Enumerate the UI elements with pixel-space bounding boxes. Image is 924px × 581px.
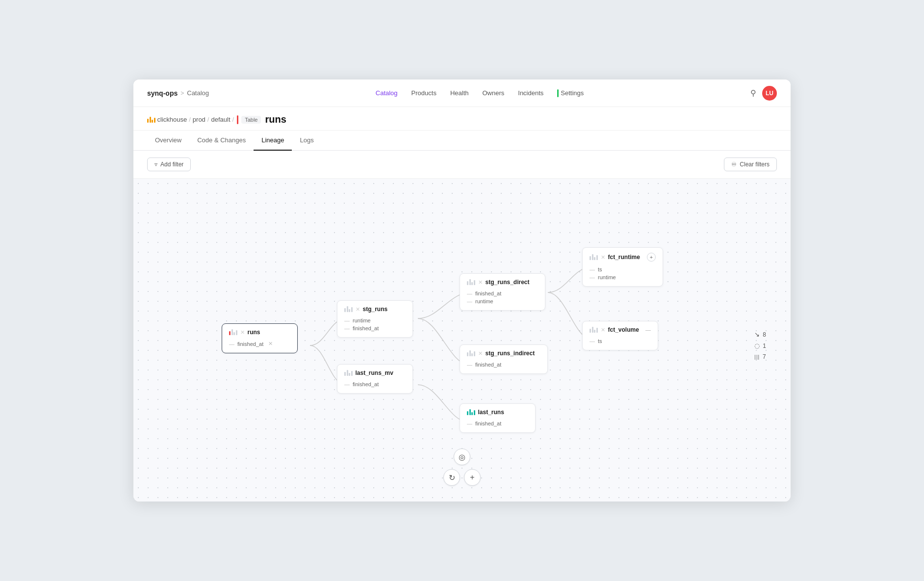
- node-last-runs-mv-header: last_runs_mv: [344, 370, 406, 376]
- red-indicator-bar: [237, 115, 238, 124]
- nav-owners[interactable]: Owners: [482, 89, 504, 97]
- node-fct-runtime-title: fct_runtime: [608, 254, 640, 261]
- clear-filters-button[interactable]: ♾ Clear filters: [724, 158, 777, 171]
- node-runs-x: ✕: [240, 329, 245, 336]
- node-fct-runtime[interactable]: ✕ fct_runtime + — ts — runtime: [582, 247, 663, 287]
- node-last-runs[interactable]: last_runs — finished_at: [460, 403, 536, 433]
- legend-bars-icon: |||: [754, 354, 760, 360]
- bc-slash-3: /: [232, 116, 234, 123]
- node-fct-runtime-field-ts: — ts: [590, 265, 656, 273]
- lineage-canvas[interactable]: ✕ runs — finished_at ✕ ✕ stg_runs: [133, 179, 791, 502]
- node-fct-volume-field-ts: — ts: [590, 337, 651, 345]
- node-stg-runs-indirect-icon: [467, 350, 475, 356]
- tab-lineage[interactable]: Lineage: [254, 131, 292, 151]
- node-fct-volume-title: fct_volume: [608, 326, 639, 333]
- nav-incidents[interactable]: Incidents: [518, 89, 543, 97]
- legend-bars-count: ||| 7: [754, 353, 766, 360]
- header: synq-ops > Catalog Catalog Products Heal…: [133, 79, 791, 107]
- legend-bars-value: 7: [763, 353, 766, 360]
- node-stg-runs-indirect-header: ✕ stg_runs_indirect: [467, 350, 540, 357]
- downstream-legend: ↘ 8 ◌ 1 ||| 7: [754, 331, 766, 360]
- node-stg-runs-direct-field-finished-at: — finished_at: [467, 290, 538, 297]
- node-stg-runs-field-runtime: — runtime: [344, 317, 406, 324]
- header-breadcrumb-sep: >: [180, 90, 184, 97]
- node-last-runs-mv-field-finished-at: — finished_at: [344, 380, 406, 388]
- node-stg-runs-indirect[interactable]: ✕ stg_runs_indirect — finished_at: [460, 344, 548, 374]
- tabs-bar: Overview Code & Changes Lineage Logs: [133, 131, 791, 151]
- nav-products[interactable]: Products: [411, 89, 436, 97]
- header-actions: ⚲ LU: [750, 86, 777, 101]
- nav-settings[interactable]: Settings: [557, 89, 584, 97]
- legend-downstream-icon: ↘: [754, 331, 760, 338]
- legend-downstream-count: ↘ 8: [754, 331, 766, 338]
- node-stg-runs-indirect-x: ✕: [478, 350, 483, 357]
- node-stg-runs-x: ✕: [356, 306, 360, 313]
- field-remove-btn[interactable]: ✕: [268, 341, 273, 347]
- node-stg-runs-direct-x: ✕: [478, 279, 483, 286]
- breadcrumb-db: clickhouse: [157, 116, 187, 123]
- fct-volume-dash-icon[interactable]: —: [645, 327, 651, 333]
- node-last-runs-icon: [467, 409, 475, 415]
- node-fct-runtime-icon: [590, 254, 598, 260]
- node-stg-runs-indirect-field-finished-at: — finished_at: [467, 361, 540, 369]
- breadcrumb: clickhouse / prod / default / Table runs: [147, 114, 286, 125]
- node-runs-title: runs: [248, 329, 260, 336]
- node-last-runs-title: last_runs: [478, 409, 504, 416]
- node-fct-volume-header: ✕ fct_volume —: [590, 326, 651, 333]
- node-fct-volume[interactable]: ✕ fct_volume — — ts: [582, 321, 658, 350]
- node-stg-runs-indirect-title: stg_runs_indirect: [486, 350, 535, 357]
- header-left: synq-ops > Catalog: [147, 89, 209, 97]
- avatar: LU: [762, 86, 777, 101]
- node-stg-runs-direct-header: ✕ stg_runs_direct: [467, 279, 538, 286]
- zoom-in-button[interactable]: +: [464, 469, 481, 486]
- brand-name: synq-ops: [147, 89, 178, 97]
- page-title: runs: [265, 114, 286, 125]
- tab-overview[interactable]: Overview: [147, 131, 189, 151]
- canvas-controls: ◎ ↻ +: [443, 449, 481, 486]
- filter-icon: ▿: [154, 161, 157, 168]
- node-last-runs-mv-title: last_runs_mv: [356, 370, 393, 376]
- legend-circle-count: ◌ 1: [754, 342, 766, 349]
- node-fct-runtime-expand-button[interactable]: +: [647, 253, 656, 262]
- page-title-bar: clickhouse / prod / default / Table runs: [133, 107, 791, 131]
- node-runs-icon: [229, 329, 237, 335]
- node-fct-volume-icon: [590, 327, 598, 333]
- legend-circle-icon: ◌: [754, 342, 760, 349]
- node-last-runs-header: last_runs: [467, 409, 528, 416]
- node-runs[interactable]: ✕ runs — finished_at ✕: [222, 323, 298, 353]
- node-last-runs-mv[interactable]: last_runs_mv — finished_at: [337, 364, 413, 394]
- locate-button[interactable]: ◎: [454, 449, 470, 465]
- node-last-runs-field-finished-at: — finished_at: [467, 420, 528, 427]
- search-button[interactable]: ⚲: [750, 88, 756, 98]
- clear-filters-icon: ♾: [731, 161, 737, 168]
- node-stg-runs-field-finished-at: — finished_at: [344, 324, 406, 332]
- node-stg-runs-icon: [344, 306, 353, 312]
- node-stg-runs[interactable]: ✕ stg_runs — runtime — finished_at: [337, 300, 413, 338]
- node-stg-runs-header: ✕ stg_runs: [344, 306, 406, 313]
- tab-code-changes[interactable]: Code & Changes: [189, 131, 254, 151]
- app-window: synq-ops > Catalog Catalog Products Heal…: [133, 79, 791, 502]
- type-badge: Table: [241, 116, 261, 124]
- clear-filters-label: Clear filters: [740, 161, 770, 168]
- node-runs-field-finished-at: — finished_at ✕: [229, 340, 290, 348]
- breadcrumb-schema1: prod: [193, 116, 205, 123]
- nav-catalog[interactable]: Catalog: [376, 89, 398, 97]
- header-nav: Catalog Products Health Owners Incidents…: [376, 89, 584, 97]
- breadcrumb-schema2: default: [211, 116, 230, 123]
- tab-logs[interactable]: Logs: [292, 131, 321, 151]
- node-fct-volume-x: ✕: [601, 327, 605, 333]
- reset-view-button[interactable]: ↻: [443, 469, 460, 486]
- bc-slash-2: /: [207, 116, 209, 123]
- nav-settings-label: Settings: [561, 89, 584, 97]
- filter-bar: ▿ Add filter ♾ Clear filters: [133, 151, 791, 179]
- node-last-runs-mv-icon: [344, 370, 353, 376]
- header-breadcrumb-catalog: Catalog: [187, 89, 209, 97]
- add-filter-button[interactable]: ▿ Add filter: [147, 158, 191, 171]
- legend-circle-value: 1: [763, 343, 766, 349]
- node-fct-runtime-field-runtime: — runtime: [590, 273, 656, 281]
- node-runs-header: ✕ runs: [229, 329, 290, 336]
- node-stg-runs-direct[interactable]: ✕ stg_runs_direct — finished_at — runtim…: [460, 273, 545, 311]
- controls-row: ↻ +: [443, 469, 481, 486]
- node-stg-runs-direct-title: stg_runs_direct: [486, 279, 530, 286]
- nav-health[interactable]: Health: [450, 89, 469, 97]
